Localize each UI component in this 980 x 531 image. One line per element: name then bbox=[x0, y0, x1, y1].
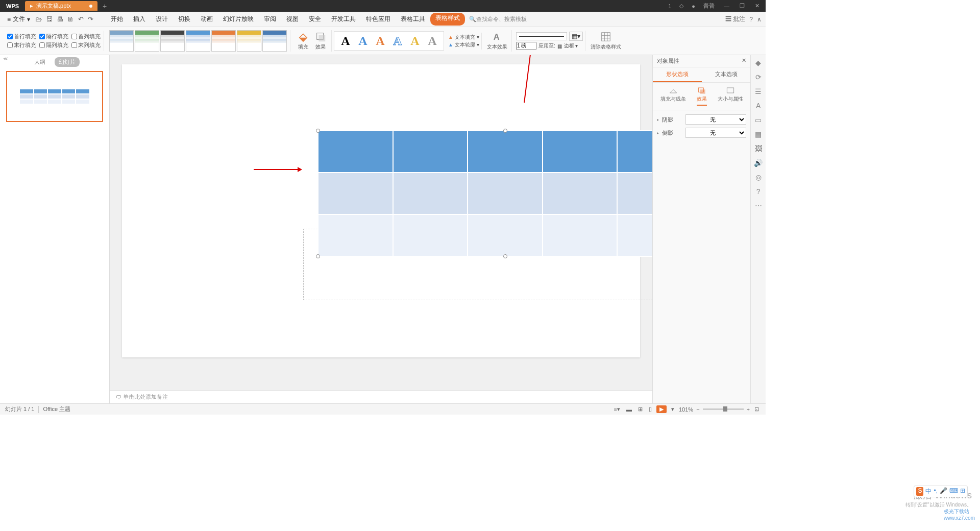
redo-icon[interactable]: ↷ bbox=[86, 15, 95, 23]
style-thumb[interactable] bbox=[262, 30, 287, 52]
style-thumb[interactable] bbox=[211, 30, 236, 52]
cloud-icon[interactable]: ◇ bbox=[676, 3, 687, 9]
style-thumb[interactable] bbox=[237, 30, 261, 52]
style-thumb[interactable] bbox=[160, 30, 185, 52]
sorter-view-icon[interactable]: ⊞ bbox=[636, 406, 644, 413]
close-panel-icon[interactable]: ✕ bbox=[742, 57, 746, 65]
selection-handle[interactable] bbox=[503, 129, 507, 133]
tab-table-tools[interactable]: 表格工具 bbox=[396, 13, 430, 26]
wordart-style[interactable]: A bbox=[424, 32, 440, 50]
notification-badge[interactable]: 1 bbox=[665, 3, 674, 9]
expand-icon[interactable]: ▸ bbox=[657, 131, 659, 135]
save-icon[interactable]: 🖫 bbox=[44, 15, 55, 23]
wordart-gallery[interactable]: A A A A A A bbox=[334, 31, 444, 51]
media-icon[interactable]: 🔊 bbox=[754, 158, 763, 167]
tab-review[interactable]: 审阅 bbox=[259, 13, 281, 26]
reflection-select[interactable]: 无 bbox=[685, 128, 746, 138]
text-fill-button[interactable]: ▲ 文本填充 ▾ bbox=[448, 34, 479, 41]
collapse-panel-icon[interactable]: ≪ bbox=[0, 55, 11, 62]
wordart-style[interactable]: A bbox=[337, 32, 354, 50]
user-avatar[interactable]: ● bbox=[689, 3, 698, 9]
print-icon[interactable]: 🖶 bbox=[55, 15, 65, 23]
shape-options-tab[interactable]: 形状选项 bbox=[653, 67, 702, 82]
more-icon[interactable]: ⋯ bbox=[754, 201, 763, 210]
style-thumb[interactable] bbox=[109, 30, 134, 52]
comment-button[interactable]: ☰ 批注 bbox=[725, 15, 745, 23]
tab-featured[interactable]: 特色应用 bbox=[361, 13, 396, 26]
slide-table[interactable] bbox=[317, 130, 652, 257]
normal-view-icon[interactable]: ▬ bbox=[625, 406, 633, 413]
zoom-in[interactable]: + bbox=[747, 406, 750, 413]
reading-view-icon[interactable]: ▯ bbox=[647, 406, 653, 413]
selection-handle[interactable] bbox=[316, 254, 320, 258]
check-total-row[interactable]: 末行填充 bbox=[7, 41, 36, 49]
select-pane-icon[interactable]: ☰ bbox=[754, 87, 763, 96]
minimize-button[interactable]: — bbox=[720, 3, 733, 9]
close-button[interactable]: ✕ bbox=[751, 3, 764, 9]
fit-window-icon[interactable]: ⊡ bbox=[753, 406, 761, 413]
notes-bar[interactable]: 🗨 单击此处添加备注 bbox=[110, 390, 652, 403]
print-preview-icon[interactable]: 🗎 bbox=[65, 15, 76, 23]
apply-grid-icon[interactable]: ▦ bbox=[557, 43, 562, 49]
slideshow-button[interactable]: ▶ bbox=[656, 405, 667, 413]
style-thumb[interactable] bbox=[186, 30, 210, 52]
animation-pane-icon[interactable]: ⟳ bbox=[754, 73, 763, 82]
layout-icon[interactable]: ▤ bbox=[754, 130, 763, 139]
check-banded-rows[interactable]: 隔行填充 bbox=[39, 33, 68, 40]
check-banded-cols[interactable]: 隔列填充 bbox=[39, 41, 68, 49]
user-name[interactable]: 普普 bbox=[700, 2, 718, 10]
help-icon[interactable]: ? bbox=[749, 16, 753, 23]
wordart-style[interactable]: A bbox=[355, 32, 371, 50]
font-icon[interactable]: A bbox=[754, 101, 763, 110]
tab-animation[interactable]: 动画 bbox=[195, 13, 218, 26]
tab-table-style[interactable]: 表格样式 bbox=[430, 13, 465, 26]
tab-view[interactable]: 视图 bbox=[281, 13, 304, 26]
collapse-ribbon-icon[interactable]: ∧ bbox=[757, 16, 762, 23]
open-icon[interactable]: 🗁 bbox=[33, 15, 44, 23]
tab-start[interactable]: 开始 bbox=[106, 13, 128, 26]
zoom-slider[interactable] bbox=[703, 408, 744, 410]
effects-button[interactable]: 效果 bbox=[312, 30, 329, 52]
command-search[interactable]: 🔍 查找命令、搜索模板 bbox=[469, 15, 527, 23]
style-icon[interactable]: ◆ bbox=[754, 58, 763, 67]
text-effects-button[interactable]: A 文本效果 bbox=[484, 30, 512, 52]
check-last-column[interactable]: 末列填充 bbox=[71, 41, 101, 49]
settings-icon[interactable]: ◎ bbox=[754, 173, 763, 182]
tab-developer[interactable]: 开发工具 bbox=[326, 13, 361, 26]
outline-tab[interactable]: 大纲 bbox=[30, 57, 50, 67]
text-options-tab[interactable]: 文本选项 bbox=[702, 67, 751, 82]
tab-design[interactable]: 设计 bbox=[151, 13, 173, 26]
effects-tab[interactable]: 效果 bbox=[697, 87, 707, 106]
tab-security[interactable]: 安全 bbox=[304, 13, 326, 26]
wordart-style[interactable]: A bbox=[389, 32, 406, 50]
border-dropdown[interactable]: 边框 ▾ bbox=[564, 42, 578, 50]
selection-handle[interactable] bbox=[503, 254, 507, 258]
check-first-column[interactable]: 首列填充 bbox=[71, 33, 101, 40]
file-menu[interactable]: ≡ 文件 ▾ bbox=[4, 15, 33, 23]
zoom-level[interactable]: 101% bbox=[679, 406, 693, 413]
help-strip-icon[interactable]: ? bbox=[754, 187, 763, 196]
selection-handle[interactable] bbox=[316, 129, 320, 133]
zoom-out[interactable]: − bbox=[696, 406, 699, 413]
wordart-style[interactable]: A bbox=[407, 32, 423, 50]
style-thumb[interactable] bbox=[135, 30, 159, 52]
wordart-style[interactable]: A bbox=[372, 32, 388, 50]
slides-tab[interactable]: 幻灯片 bbox=[55, 57, 80, 67]
document-tab[interactable]: ▸ 演示文稿.pptx bbox=[25, 1, 97, 11]
slide-icon[interactable]: ▭ bbox=[754, 115, 763, 125]
shadow-select[interactable]: 无 bbox=[685, 114, 746, 125]
slide-thumbnail[interactable] bbox=[6, 71, 103, 122]
slide-canvas[interactable] bbox=[122, 64, 640, 357]
new-tab-button[interactable]: + bbox=[97, 2, 112, 10]
size-props-tab[interactable]: 大小与属性 bbox=[718, 87, 743, 106]
canvas-area[interactable] bbox=[110, 55, 652, 390]
notes-toggle[interactable]: ≡▾ bbox=[612, 406, 622, 413]
slideshow-dropdown[interactable]: ▾ bbox=[670, 406, 676, 413]
border-style-picker[interactable] bbox=[516, 32, 567, 40]
maximize-button[interactable]: ❐ bbox=[736, 3, 749, 9]
expand-icon[interactable]: ▸ bbox=[657, 117, 659, 122]
text-outline-button[interactable]: ▲ 文本轮廓 ▾ bbox=[448, 41, 479, 49]
check-header-row[interactable]: 首行填充 bbox=[7, 33, 36, 40]
undo-icon[interactable]: ↶ bbox=[76, 15, 86, 23]
tab-insert[interactable]: 插入 bbox=[128, 13, 151, 26]
